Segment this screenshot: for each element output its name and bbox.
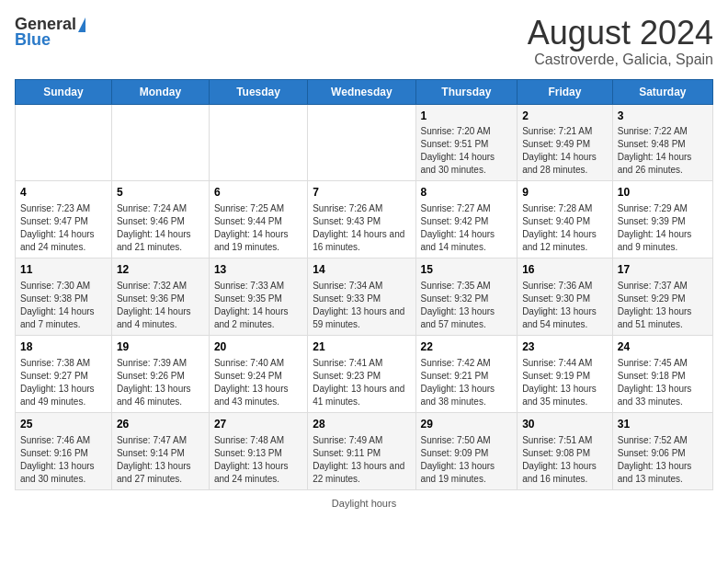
day-number: 9 <box>522 185 608 201</box>
table-row: 27Sunrise: 7:48 AMSunset: 9:13 PMDayligh… <box>209 412 307 489</box>
calendar-week-row: 1Sunrise: 7:20 AMSunset: 9:51 PMDaylight… <box>16 104 713 181</box>
column-header-thursday: Thursday <box>415 79 518 104</box>
table-row: 20Sunrise: 7:40 AMSunset: 9:24 PMDayligh… <box>209 335 307 412</box>
table-row: 31Sunrise: 7:52 AMSunset: 9:06 PMDayligh… <box>612 412 712 489</box>
column-header-friday: Friday <box>518 79 613 104</box>
day-number: 8 <box>421 185 513 201</box>
table-row: 18Sunrise: 7:38 AMSunset: 9:27 PMDayligh… <box>16 335 112 412</box>
table-row: 23Sunrise: 7:44 AMSunset: 9:19 PMDayligh… <box>518 335 613 412</box>
table-row: 17Sunrise: 7:37 AMSunset: 9:29 PMDayligh… <box>612 259 712 336</box>
table-row: 16Sunrise: 7:36 AMSunset: 9:30 PMDayligh… <box>518 259 613 336</box>
table-row: 3Sunrise: 7:22 AMSunset: 9:48 PMDaylight… <box>612 104 712 181</box>
day-info: Sunrise: 7:21 AMSunset: 9:49 PMDaylight:… <box>522 125 608 177</box>
day-info: Sunrise: 7:50 AMSunset: 9:09 PMDaylight:… <box>421 434 513 486</box>
day-number: 19 <box>117 339 204 355</box>
day-number: 30 <box>522 417 608 432</box>
table-row: 14Sunrise: 7:34 AMSunset: 9:33 PMDayligh… <box>308 259 415 336</box>
day-number: 5 <box>117 185 204 201</box>
column-header-tuesday: Tuesday <box>209 79 307 104</box>
calendar-week-row: 4Sunrise: 7:23 AMSunset: 9:47 PMDaylight… <box>16 181 713 259</box>
table-row: 25Sunrise: 7:46 AMSunset: 9:16 PMDayligh… <box>16 412 112 489</box>
day-info: Sunrise: 7:40 AMSunset: 9:24 PMDaylight:… <box>214 357 302 408</box>
table-row: 4Sunrise: 7:23 AMSunset: 9:47 PMDaylight… <box>16 181 112 259</box>
day-number: 24 <box>618 339 708 355</box>
day-info: Sunrise: 7:25 AMSunset: 9:44 PMDaylight:… <box>214 202 302 254</box>
day-number: 10 <box>618 185 708 201</box>
day-number: 21 <box>313 339 410 355</box>
day-info: Sunrise: 7:34 AMSunset: 9:33 PMDaylight:… <box>313 280 410 331</box>
day-number: 7 <box>313 185 410 201</box>
day-info: Sunrise: 7:48 AMSunset: 9:13 PMDaylight:… <box>214 434 302 486</box>
day-number: 2 <box>522 109 608 124</box>
column-header-wednesday: Wednesday <box>308 79 415 104</box>
table-row: 8Sunrise: 7:27 AMSunset: 9:42 PMDaylight… <box>415 181 518 259</box>
day-info: Sunrise: 7:42 AMSunset: 9:21 PMDaylight:… <box>421 357 513 408</box>
day-number: 15 <box>421 262 513 278</box>
title-area: August 2024 Castroverde, Galicia, Spain <box>528 15 713 68</box>
day-number: 1 <box>421 109 513 124</box>
table-row: 6Sunrise: 7:25 AMSunset: 9:44 PMDaylight… <box>209 181 307 259</box>
day-info: Sunrise: 7:45 AMSunset: 9:18 PMDaylight:… <box>618 357 708 408</box>
table-row: 7Sunrise: 7:26 AMSunset: 9:43 PMDaylight… <box>308 181 415 259</box>
day-number: 20 <box>214 339 302 355</box>
logo: General Blue <box>15 15 85 50</box>
day-number: 18 <box>20 339 107 355</box>
day-info: Sunrise: 7:26 AMSunset: 9:43 PMDaylight:… <box>313 202 410 254</box>
day-number: 4 <box>20 185 107 201</box>
day-info: Sunrise: 7:36 AMSunset: 9:30 PMDaylight:… <box>522 280 608 331</box>
calendar-week-row: 11Sunrise: 7:30 AMSunset: 9:38 PMDayligh… <box>16 259 713 336</box>
table-row: 2Sunrise: 7:21 AMSunset: 9:49 PMDaylight… <box>518 104 613 181</box>
day-info: Sunrise: 7:47 AMSunset: 9:14 PMDaylight:… <box>117 434 204 486</box>
table-row <box>308 104 415 181</box>
day-info: Sunrise: 7:37 AMSunset: 9:29 PMDaylight:… <box>618 280 708 331</box>
day-number: 6 <box>214 185 302 201</box>
day-info: Sunrise: 7:27 AMSunset: 9:42 PMDaylight:… <box>421 202 513 254</box>
day-number: 13 <box>214 262 302 278</box>
table-row: 15Sunrise: 7:35 AMSunset: 9:32 PMDayligh… <box>415 259 518 336</box>
day-number: 28 <box>313 417 410 432</box>
main-title: August 2024 <box>528 15 713 52</box>
column-header-sunday: Sunday <box>16 79 112 104</box>
day-info: Sunrise: 7:51 AMSunset: 9:08 PMDaylight:… <box>522 434 608 486</box>
column-header-saturday: Saturday <box>612 79 712 104</box>
footer-note: Daylight hours <box>15 498 713 509</box>
day-number: 29 <box>421 417 513 432</box>
day-info: Sunrise: 7:49 AMSunset: 9:11 PMDaylight:… <box>313 434 410 486</box>
table-row: 22Sunrise: 7:42 AMSunset: 9:21 PMDayligh… <box>415 335 518 412</box>
column-header-monday: Monday <box>111 79 209 104</box>
day-number: 11 <box>20 262 107 278</box>
table-row: 29Sunrise: 7:50 AMSunset: 9:09 PMDayligh… <box>415 412 518 489</box>
table-row: 10Sunrise: 7:29 AMSunset: 9:39 PMDayligh… <box>612 181 712 259</box>
day-number: 25 <box>20 417 107 432</box>
table-row: 5Sunrise: 7:24 AMSunset: 9:46 PMDaylight… <box>111 181 209 259</box>
day-number: 23 <box>522 339 608 355</box>
day-info: Sunrise: 7:33 AMSunset: 9:35 PMDaylight:… <box>214 280 302 331</box>
calendar-header-row: SundayMondayTuesdayWednesdayThursdayFrid… <box>16 79 713 104</box>
day-info: Sunrise: 7:44 AMSunset: 9:19 PMDaylight:… <box>522 357 608 408</box>
table-row <box>209 104 307 181</box>
day-number: 26 <box>117 417 204 432</box>
table-row: 26Sunrise: 7:47 AMSunset: 9:14 PMDayligh… <box>111 412 209 489</box>
table-row: 19Sunrise: 7:39 AMSunset: 9:26 PMDayligh… <box>111 335 209 412</box>
table-row: 12Sunrise: 7:32 AMSunset: 9:36 PMDayligh… <box>111 259 209 336</box>
logo-blue-text: Blue <box>15 30 51 50</box>
day-number: 14 <box>313 262 410 278</box>
day-number: 27 <box>214 417 302 432</box>
table-row: 21Sunrise: 7:41 AMSunset: 9:23 PMDayligh… <box>308 335 415 412</box>
day-number: 22 <box>421 339 513 355</box>
table-row: 9Sunrise: 7:28 AMSunset: 9:40 PMDaylight… <box>518 181 613 259</box>
day-info: Sunrise: 7:41 AMSunset: 9:23 PMDaylight:… <box>313 357 410 408</box>
table-row <box>111 104 209 181</box>
table-row: 24Sunrise: 7:45 AMSunset: 9:18 PMDayligh… <box>612 335 712 412</box>
calendar-week-row: 25Sunrise: 7:46 AMSunset: 9:16 PMDayligh… <box>16 412 713 489</box>
table-row: 11Sunrise: 7:30 AMSunset: 9:38 PMDayligh… <box>16 259 112 336</box>
header: General Blue August 2024 Castroverde, Ga… <box>15 15 713 68</box>
table-row: 1Sunrise: 7:20 AMSunset: 9:51 PMDaylight… <box>415 104 518 181</box>
day-number: 12 <box>117 262 204 278</box>
subtitle: Castroverde, Galicia, Spain <box>528 52 713 68</box>
day-number: 3 <box>618 109 708 124</box>
table-row: 28Sunrise: 7:49 AMSunset: 9:11 PMDayligh… <box>308 412 415 489</box>
day-info: Sunrise: 7:22 AMSunset: 9:48 PMDaylight:… <box>618 125 708 177</box>
day-info: Sunrise: 7:46 AMSunset: 9:16 PMDaylight:… <box>20 434 107 486</box>
day-info: Sunrise: 7:30 AMSunset: 9:38 PMDaylight:… <box>20 280 107 331</box>
